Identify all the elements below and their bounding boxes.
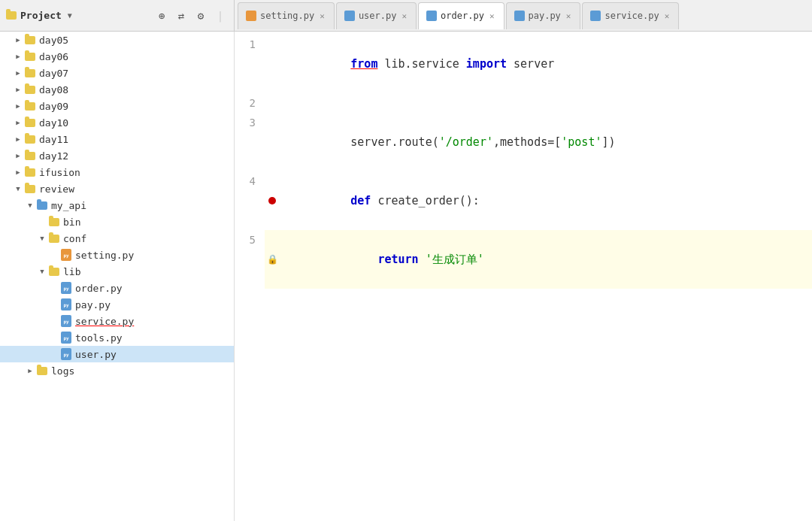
dropdown-arrow[interactable]: ▼ [68,11,72,20]
text-lib-service: lib.service [377,57,465,71]
line-content-2 [280,93,812,113]
sidebar-item-logs[interactable]: ▶ logs [0,362,234,379]
file-icon-order [60,282,72,294]
label-my_api: my_api [51,200,86,211]
tab-setting-label: setting.py [260,11,314,21]
label-bin: bin [63,217,80,228]
line-gutter-4 [265,171,280,230]
sidebar-item-day10[interactable]: ▶ day10 [0,114,234,131]
sidebar-item-conf[interactable]: ▼ conf [0,230,234,247]
sidebar-item-day12[interactable]: ▶ day12 [0,147,234,164]
tab-order-label: order.py [441,11,484,21]
label-day08: day08 [39,84,68,95]
line-number-2: 2 [235,93,265,113]
keyword-import: import [466,57,507,71]
string-chinese-order: '生成订单' [426,253,484,266]
text-space-before-string [419,253,426,266]
sidebar-item-my_api[interactable]: ▼ my_api [0,197,234,214]
file-icon-tools [60,332,72,344]
tab-service-close[interactable]: ✕ [663,11,671,22]
label-service-py: service.py [75,316,134,327]
label-day10: day10 [39,117,68,129]
folder-icon-conf [48,232,60,244]
sidebar-item-bin[interactable]: ▶ bin [0,214,234,230]
sidebar-item-day06[interactable]: ▶ day06 [0,48,234,65]
tab-service-label: service.py [604,11,659,21]
file-icon-user [60,348,72,360]
tab-user[interactable]: user.py ✕ [336,2,417,29]
sidebar-item-review[interactable]: ▼ review [0,180,234,197]
arrow-logs: ▶ [24,365,36,377]
arrow-conf: ▼ [36,232,48,244]
tab-pay-close[interactable]: ✕ [565,11,573,22]
line-number-5: 5 [235,230,265,289]
gear-icon[interactable]: ⚙ [193,8,208,23]
text-server-route: server.route( [350,135,438,149]
sidebar-item-tools-py[interactable]: ▶ tools.py [0,329,234,346]
tab-order-close[interactable]: ✕ [488,11,496,22]
sidebar-item-day11[interactable]: ▶ day11 [0,131,234,147]
project-panel-header: Project ▼ ⊕ ⇄ ⚙ | [0,0,235,31]
label-order-py: order.py [75,283,123,294]
label-lib: lib [63,266,80,277]
label-review: review [39,183,74,195]
line-content-5: return '生成订单' [280,230,812,289]
line-gutter-1 [265,35,280,93]
tab-setting[interactable]: setting.py ✕ [238,2,335,29]
tab-user-label: user.py [359,11,397,21]
arrow-ifusion: ▶ [12,166,24,178]
line-number-3: 3 [235,113,265,171]
code-line-5: 5 🔒 return '生成订单' [235,230,812,289]
sidebar: ▶ day05 ▶ day06 ▶ day07 ▶ day08 ▶ day09 … [0,32,235,521]
file-icon-pay [60,298,72,310]
sidebar-item-service-py[interactable]: ▶ service.py [0,313,234,329]
tab-user-close[interactable]: ✕ [400,11,408,22]
code-lines: 1 from lib.service import server 2 3 ser… [235,32,812,289]
sidebar-item-ifusion[interactable]: ▶ ifusion [0,164,234,180]
label-day07: day07 [39,68,68,79]
sidebar-item-day05[interactable]: ▶ day05 [0,32,234,48]
sidebar-item-pay-py[interactable]: ▶ pay.py [0,296,234,313]
keyword-def: def [350,194,371,207]
header-icons: ⊕ ⇄ ⚙ | [154,8,228,23]
code-line-3: 3 server.route('/order',methods=['post']… [235,113,812,171]
text-indent-spaces [350,253,377,266]
sidebar-item-lib[interactable]: ▼ lib [0,263,234,280]
label-day09: day09 [39,101,68,112]
arrow-day10: ▶ [12,117,24,129]
add-icon[interactable]: ⊕ [154,8,169,23]
sidebar-item-day09[interactable]: ▶ day09 [0,98,234,114]
code-line-1: 1 from lib.service import server [235,35,812,93]
folder-icon-review [24,183,36,195]
folder-icon-day12 [24,150,36,162]
label-setting-py: setting.py [75,250,134,261]
label-logs: logs [51,365,74,377]
tabs-bar: setting.py ✕ user.py ✕ order.py ✕ pay.py… [235,2,812,29]
order-file-icon [426,11,437,21]
arrow-day12: ▶ [12,150,24,162]
sidebar-item-user-py[interactable]: ▶ user.py [0,346,234,362]
label-user-py: user.py [75,349,117,360]
folder-icon-day06 [24,50,36,62]
folder-icon-lib [48,265,60,277]
keyword-from: from [350,57,377,71]
tab-order[interactable]: order.py ✕ [418,2,504,29]
code-line-2: 2 [235,93,812,113]
tab-service[interactable]: service.py ✕ [582,2,679,29]
sidebar-item-setting-py[interactable]: ▶ setting.py [0,247,234,263]
sidebar-item-order-py[interactable]: ▶ order.py [0,280,234,296]
sidebar-item-day08[interactable]: ▶ day08 [0,81,234,98]
tab-pay[interactable]: pay.py ✕ [506,2,581,29]
arrow-day08: ▶ [12,83,24,95]
line-number-4: 4 [235,171,265,230]
arrow-day11: ▶ [12,133,24,145]
label-day06: day06 [39,51,68,62]
line-content-4: def create_order(): [280,171,812,230]
tab-setting-close[interactable]: ✕ [318,11,326,22]
code-editor[interactable]: 1 from lib.service import server 2 3 ser… [235,32,812,521]
folder-icon-day08 [24,83,36,95]
text-comma-methods: ,methods=[ [493,135,561,149]
folder-icon-day09 [24,100,36,112]
sidebar-item-day07[interactable]: ▶ day07 [0,65,234,81]
sync-icon[interactable]: ⇄ [174,8,189,23]
